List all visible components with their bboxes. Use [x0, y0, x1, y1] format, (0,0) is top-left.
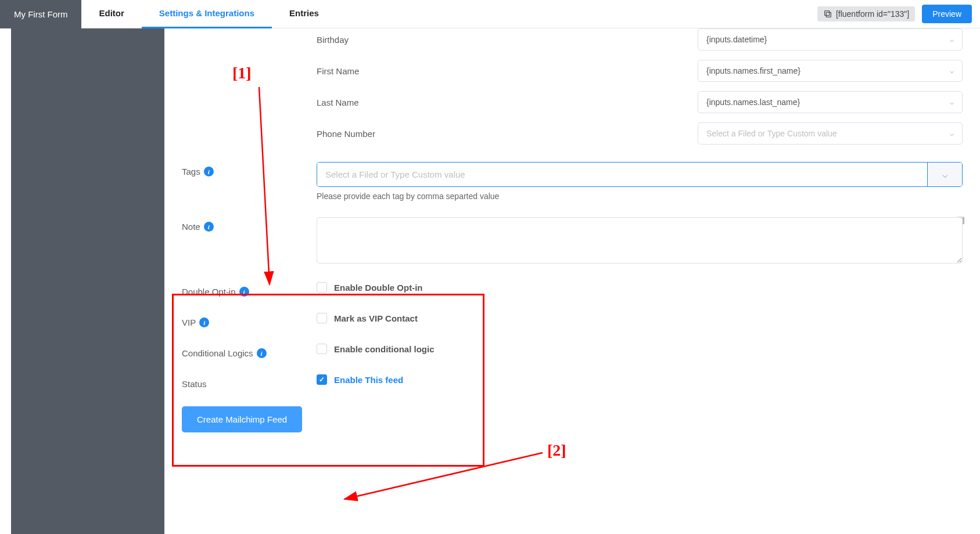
chevron-down-icon: ⌵ [950, 98, 954, 106]
chevron-down-icon: ⌵ [950, 35, 954, 44]
form-title: My First Form [0, 0, 81, 28]
chevron-down-icon: ⌵ [942, 169, 948, 180]
info-icon[interactable]: i [199, 317, 209, 327]
info-icon[interactable]: i [204, 167, 214, 176]
tags-help-text: Please provide each tag by comma separte… [317, 192, 963, 201]
preview-button[interactable]: Preview [922, 5, 972, 23]
shortcode-copy[interactable]: [fluentform id="133"] [817, 6, 915, 21]
chevron-down-icon: ⌵ [950, 67, 954, 75]
status-checkbox-label: Enable This feed [334, 375, 403, 385]
map-label-last-name: Last Name [317, 98, 359, 107]
conditional-checkbox[interactable] [317, 344, 327, 354]
tab-settings-integrations[interactable]: Settings & Integrations [142, 0, 272, 28]
vip-label: VIP [182, 317, 196, 327]
map-value-last-name: {inputs.names.last_name} [706, 98, 800, 107]
tab-entries[interactable]: Entries [272, 0, 336, 28]
main-content: Birthday {inputs.datetime} ⌵ First Name … [164, 28, 980, 534]
tags-label: Tags [182, 167, 200, 176]
conditional-checkbox-label: Enable conditional logic [334, 344, 435, 354]
chevron-down-icon: ⌵ [950, 129, 954, 138]
map-label-first-name: First Name [317, 66, 359, 76]
info-icon[interactable]: i [257, 348, 267, 358]
double-optin-checkbox-label: Enable Double Opt-in [334, 283, 423, 293]
map-select-last-name[interactable]: {inputs.names.last_name} ⌵ [698, 91, 963, 113]
map-placeholder-phone: Select a Filed or Type Custom value [706, 129, 837, 138]
note-label: Note [182, 222, 200, 232]
map-select-birthday[interactable]: {inputs.datetime} ⌵ [698, 28, 963, 50]
svg-rect-0 [826, 12, 831, 17]
map-value-birthday: {inputs.datetime} [706, 35, 767, 44]
conditional-label: Conditional Logics [182, 348, 253, 358]
copy-icon [823, 9, 832, 19]
status-label: Status [182, 379, 207, 389]
status-checkbox[interactable]: ✓ [317, 374, 327, 385]
tab-editor[interactable]: Editor [81, 0, 141, 28]
map-select-first-name[interactable]: {inputs.names.first_name} ⌵ [698, 60, 963, 82]
map-label-birthday: Birthday [317, 35, 349, 45]
tags-dropdown-toggle[interactable]: ⌵ [927, 163, 962, 186]
map-label-phone: Phone Number [317, 129, 375, 139]
map-value-first-name: {inputs.names.first_name} [706, 66, 800, 75]
info-icon[interactable]: i [239, 287, 249, 297]
vip-checkbox-label: Mark as VIP Contact [334, 313, 418, 323]
double-optin-label: Double Opt-in [182, 287, 236, 297]
info-icon[interactable]: i [204, 222, 214, 232]
sidebar [11, 28, 164, 534]
map-select-phone[interactable]: Select a Filed or Type Custom value ⌵ [698, 122, 963, 145]
create-mailchimp-feed-button[interactable]: Create Mailchimp Feed [182, 406, 302, 432]
tags-input[interactable] [317, 163, 927, 186]
svg-rect-1 [825, 11, 830, 16]
double-optin-checkbox[interactable] [317, 282, 327, 293]
vip-checkbox[interactable] [317, 313, 327, 323]
note-textarea[interactable] [317, 217, 963, 264]
tags-input-wrapper: ⌵ [317, 162, 963, 187]
shortcode-text: [fluentform id="133"] [836, 9, 909, 19]
